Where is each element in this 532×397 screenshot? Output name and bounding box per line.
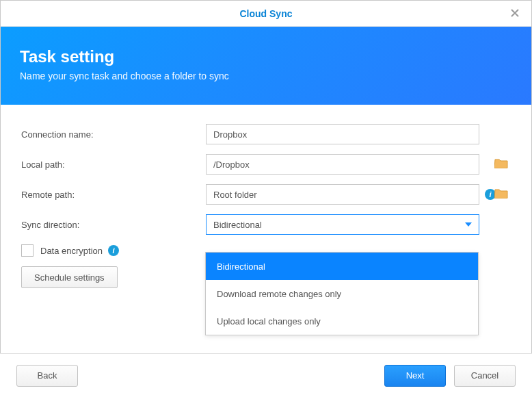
folder-icon[interactable] [494,188,508,201]
dropdown-option-upload[interactable]: Upload local changes only [206,307,478,335]
chevron-down-icon [465,222,472,227]
sync-direction-label: Sync direction: [21,220,206,230]
window-title: Cloud Sync [239,8,292,19]
schedule-settings-button[interactable]: Schedule settings [21,266,118,288]
page-subtitle: Name your sync task and choose a folder … [20,71,512,81]
connection-name-input[interactable] [206,124,479,144]
data-encryption-label: Data encryption [40,246,103,256]
remote-path-input[interactable] [206,184,479,205]
footer: Back Next Cancel [0,353,532,397]
sync-direction-select[interactable]: Bidirectional [206,214,479,235]
local-path-input[interactable] [206,154,479,175]
local-path-label: Local path: [21,159,206,170]
data-encryption-checkbox[interactable] [21,244,34,257]
title-bar: Cloud Sync [1,1,531,27]
back-button[interactable]: Back [16,365,78,387]
folder-icon[interactable] [494,157,508,170]
cancel-button[interactable]: Cancel [454,365,516,387]
connection-name-label: Connection name: [21,129,206,140]
header-band: Task setting Name your sync task and cho… [1,27,531,105]
page-title: Task setting [20,47,512,66]
dropdown-option-bidirectional[interactable]: Bidirectional [206,253,478,280]
close-icon[interactable] [508,6,522,20]
next-button[interactable]: Next [384,365,446,387]
info-icon[interactable]: i [108,245,119,256]
sync-direction-dropdown: Bidirectional Download remote changes on… [205,252,479,335]
remote-path-label: Remote path: [21,190,206,200]
dropdown-option-download[interactable]: Download remote changes only [206,280,478,307]
sync-direction-value: Bidirectional [213,220,262,230]
